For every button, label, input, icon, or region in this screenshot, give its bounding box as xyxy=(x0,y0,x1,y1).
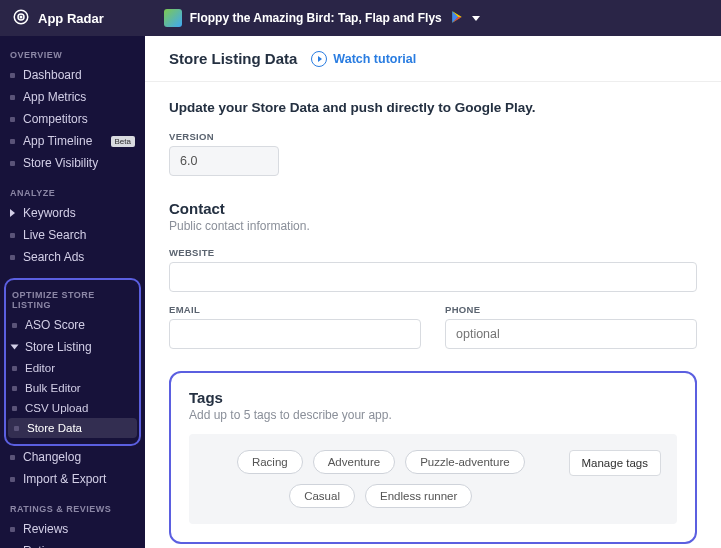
email-label: EMAIL xyxy=(169,304,421,315)
manage-tags-button[interactable]: Manage tags xyxy=(569,450,662,476)
phone-input[interactable] xyxy=(445,319,697,349)
bullet-icon xyxy=(10,255,15,260)
bullet-icon xyxy=(10,95,15,100)
contact-subtitle: Public contact information. xyxy=(169,219,697,233)
tags-subtitle: Add up to 5 tags to describe your app. xyxy=(189,408,677,422)
bullet-icon xyxy=(10,117,15,122)
bullet-icon xyxy=(10,139,15,144)
top-bar: App Radar Floppy the Amazing Bird: Tap, … xyxy=(0,0,721,36)
tutorial-label: Watch tutorial xyxy=(333,52,416,66)
tags-title: Tags xyxy=(189,389,677,406)
sidebar-item-reviews[interactable]: Reviews xyxy=(0,518,145,540)
sidebar-subitem-editor[interactable]: Editor xyxy=(6,358,139,378)
sidebar: OVERVIEW Dashboard App Metrics Competito… xyxy=(0,36,145,548)
tag-chips: Racing Adventure Puzzle-adventure Casual… xyxy=(205,450,557,508)
bullet-icon xyxy=(10,161,15,166)
brand[interactable]: App Radar xyxy=(12,8,104,29)
sidebar-item-ratings[interactable]: Ratings xyxy=(0,540,145,548)
tags-card: Tags Add up to 5 tags to describe your a… xyxy=(169,371,697,544)
tag-chip-racing[interactable]: Racing xyxy=(237,450,303,474)
sidebar-item-search-ads[interactable]: Search Ads xyxy=(0,246,145,268)
bullet-icon xyxy=(10,73,15,78)
sidebar-item-store-listing[interactable]: Store Listing xyxy=(6,336,139,358)
version-input[interactable] xyxy=(169,146,279,176)
sidebar-item-import-export[interactable]: Import & Export xyxy=(0,468,145,490)
brand-label: App Radar xyxy=(38,11,104,26)
bullet-icon xyxy=(10,455,15,460)
beta-badge: Beta xyxy=(111,136,135,147)
main-panel: Store Listing Data Watch tutorial Update… xyxy=(145,36,721,548)
svg-marker-4 xyxy=(452,11,458,23)
app-selector[interactable]: Floppy the Amazing Bird: Tap, Flap and F… xyxy=(164,9,480,27)
bullet-icon xyxy=(12,406,17,411)
sidebar-heading-analyze: ANALYZE xyxy=(0,184,145,202)
sidebar-subitem-store-data[interactable]: Store Data xyxy=(8,418,137,438)
app-radar-logo-icon xyxy=(12,8,30,29)
sidebar-item-store-visibility[interactable]: Store Visibility xyxy=(0,152,145,174)
chevron-down-icon xyxy=(472,16,480,21)
bullet-icon xyxy=(10,527,15,532)
tag-chip-casual[interactable]: Casual xyxy=(289,484,355,508)
bullet-icon xyxy=(14,426,19,431)
bullet-icon xyxy=(12,366,17,371)
contact-title: Contact xyxy=(169,200,697,217)
app-thumb-icon xyxy=(164,9,182,27)
play-circle-icon xyxy=(311,51,327,67)
caret-down-icon xyxy=(11,345,19,350)
tag-chip-adventure[interactable]: Adventure xyxy=(313,450,395,474)
sidebar-item-live-search[interactable]: Live Search xyxy=(0,224,145,246)
sidebar-highlighted-group: OPTIMIZE STORE LISTING ASO Score Store L… xyxy=(4,278,141,446)
sidebar-item-dashboard[interactable]: Dashboard xyxy=(0,64,145,86)
sidebar-subitem-csv-upload[interactable]: CSV Upload xyxy=(6,398,139,418)
tag-chip-endless-runner[interactable]: Endless runner xyxy=(365,484,472,508)
website-input[interactable] xyxy=(169,262,697,292)
lead-text: Update your Store Data and push directly… xyxy=(169,100,697,115)
svg-point-2 xyxy=(20,16,22,18)
sidebar-heading-ratings: RATINGS & REVIEWS xyxy=(0,500,145,518)
sidebar-item-competitors[interactable]: Competitors xyxy=(0,108,145,130)
watch-tutorial-link[interactable]: Watch tutorial xyxy=(311,51,416,67)
sidebar-item-changelog[interactable]: Changelog xyxy=(0,446,145,468)
sidebar-heading-optimize: OPTIMIZE STORE LISTING xyxy=(6,286,139,314)
bullet-icon xyxy=(12,386,17,391)
email-input[interactable] xyxy=(169,319,421,349)
sidebar-subitem-bulk-editor[interactable]: Bulk Editor xyxy=(6,378,139,398)
sidebar-item-app-metrics[interactable]: App Metrics xyxy=(0,86,145,108)
main-header: Store Listing Data Watch tutorial xyxy=(145,36,721,82)
app-name: Floppy the Amazing Bird: Tap, Flap and F… xyxy=(190,11,442,25)
sidebar-item-app-timeline[interactable]: App TimelineBeta xyxy=(0,130,145,152)
website-label: WEBSITE xyxy=(169,247,697,258)
google-play-icon xyxy=(450,10,464,27)
version-label: VERSION xyxy=(169,131,279,142)
phone-label: PHONE xyxy=(445,304,697,315)
page-title: Store Listing Data xyxy=(169,50,297,67)
tag-chip-puzzle-adventure[interactable]: Puzzle-adventure xyxy=(405,450,525,474)
sidebar-item-aso-score[interactable]: ASO Score xyxy=(6,314,139,336)
sidebar-item-keywords[interactable]: Keywords xyxy=(0,202,145,224)
bullet-icon xyxy=(12,323,17,328)
sidebar-heading-overview: OVERVIEW xyxy=(0,46,145,64)
bullet-icon xyxy=(10,233,15,238)
bullet-icon xyxy=(10,477,15,482)
caret-right-icon xyxy=(10,209,15,217)
